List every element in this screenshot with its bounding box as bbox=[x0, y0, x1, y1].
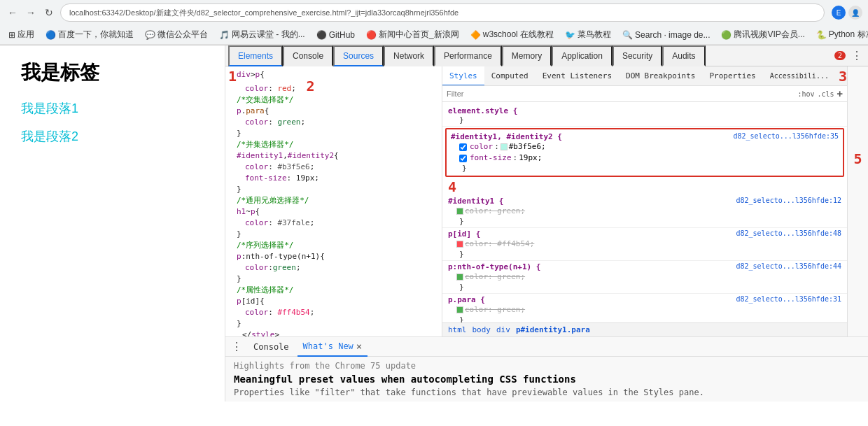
subtab-event-listeners[interactable]: Event Listeners bbox=[536, 66, 619, 86]
error-badge: 2 bbox=[834, 51, 846, 60]
subtab-styles[interactable]: Styles bbox=[442, 66, 484, 86]
breadcrumb-bar: html body div p#identity1.para bbox=[442, 322, 847, 336]
bookmark-tencent[interactable]: 🟢 腾讯视频VIP会员... bbox=[718, 27, 807, 42]
devtools-menu-button[interactable]: ⋮ bbox=[848, 48, 865, 64]
bottom-content: Highlights from the Chrome 75 update Mea… bbox=[225, 357, 868, 402]
breadcrumb-p-identity1[interactable]: p#identity1.para bbox=[516, 325, 590, 334]
code-line: /*交集选择器*/ bbox=[225, 94, 442, 106]
code-line: } bbox=[225, 318, 442, 329]
extension-icon[interactable]: E bbox=[832, 6, 846, 20]
bookmark-runoob[interactable]: 🐦 菜鸟教程 bbox=[562, 27, 614, 42]
devtools-tab-bar: Elements Console Sources Network Perform… bbox=[225, 45, 868, 66]
annotation-3: 3 bbox=[839, 68, 847, 85]
feature-title: Meaningful preset values when autocomple… bbox=[234, 374, 860, 385]
rule-prop-pid-color: color: #ff4b54; bbox=[448, 239, 841, 250]
add-rule-button[interactable]: + bbox=[837, 88, 843, 99]
breadcrumb-html[interactable]: html bbox=[448, 325, 467, 334]
bookmark-baidu[interactable]: 🔵 百度一下，你就知道 bbox=[43, 27, 136, 42]
code-line: </style> bbox=[225, 329, 442, 336]
highlights-label: Highlights from the Chrome 75 update bbox=[234, 361, 860, 371]
code-line: } bbox=[225, 229, 442, 240]
color-swatch-pid bbox=[456, 241, 463, 248]
breadcrumb-div[interactable]: div bbox=[496, 325, 510, 334]
bookmark-search[interactable]: 🔍 Search · image de... bbox=[620, 29, 713, 41]
subtab-properties[interactable]: Properties bbox=[702, 66, 762, 86]
subtab-dom-breakpoints[interactable]: DOM Breakpoints bbox=[619, 66, 702, 86]
code-line: p.para{ bbox=[225, 106, 442, 117]
bookmark-wechat[interactable]: 💬 微信公众平台 bbox=[142, 27, 211, 42]
url-text: localhost:63342/Desktop/新建文件夹/d82_select… bbox=[69, 8, 458, 18]
address-bar[interactable]: localhost:63342/Desktop/新建文件夹/d82_select… bbox=[60, 3, 825, 22]
rule-prop-identity1-color: color: green; bbox=[448, 206, 841, 217]
tab-memory[interactable]: Memory bbox=[502, 45, 552, 66]
element-style-rule: element.style { } bbox=[442, 105, 847, 127]
code-line: /*并集选择器*/ bbox=[225, 139, 442, 150]
rule-file-nth[interactable]: d82_selecto...l356hfde:44 bbox=[736, 262, 841, 271]
code-line: } bbox=[225, 274, 442, 285]
code-line: div>p{ bbox=[225, 69, 442, 80]
styles-subtab-bar: Styles Computed Event Listeners DOM Brea… bbox=[442, 66, 847, 86]
tab-network[interactable]: Network bbox=[384, 45, 434, 66]
rule-file-identity[interactable]: d82_selecto...l356hfde:35 bbox=[733, 132, 839, 141]
cls-toggle[interactable]: .cls bbox=[817, 90, 834, 98]
tab-elements[interactable]: Elements bbox=[228, 45, 283, 66]
annotation-4: 4 bbox=[442, 178, 847, 195]
style-rule-identity: #identity1, #identity2 { d82_selecto...l… bbox=[445, 128, 844, 177]
bookmark-wangyi[interactable]: 🎵 网易云课堂 - 我的... bbox=[216, 27, 308, 42]
code-line: #identity1,#identity2{ bbox=[225, 150, 442, 162]
style-rule-identity1: #identity1 { d82_selecto...l356hfde:12 c… bbox=[442, 195, 847, 228]
feature-desc: Properties like "filter" that take funct… bbox=[234, 388, 860, 397]
devtools-panel: Elements Console Sources Network Perform… bbox=[225, 45, 868, 402]
tab-console[interactable]: Console bbox=[283, 45, 333, 66]
filter-bar: :hov .cls + bbox=[442, 86, 847, 102]
element-style-selector: element.style { bbox=[448, 106, 517, 115]
subtab-accessibility[interactable]: Accessibili... bbox=[763, 66, 836, 86]
tab-performance[interactable]: Performance bbox=[434, 45, 502, 66]
rule-file-ppara[interactable]: d82_selecto...l356hfde:31 bbox=[736, 295, 841, 304]
styles-content[interactable]: element.style { } #identity1, #identity2… bbox=[442, 102, 847, 322]
back-button[interactable]: ← bbox=[6, 6, 20, 20]
whats-new-close[interactable]: × bbox=[356, 341, 362, 352]
console-drag-handle[interactable]: ⋮ bbox=[231, 340, 242, 353]
color-swatch-identity1 bbox=[456, 208, 463, 215]
rule-file-identity1[interactable]: d82_selecto...l356hfde:12 bbox=[736, 197, 841, 206]
filter-input[interactable] bbox=[447, 90, 794, 98]
breadcrumb-body[interactable]: body bbox=[472, 325, 491, 334]
profile-icon[interactable]: 👤 bbox=[848, 6, 862, 20]
bookmark-github[interactable]: ⚫ GitHub bbox=[314, 29, 358, 41]
bottom-tab-whats-new[interactable]: What's New × bbox=[298, 337, 368, 357]
browser-controls: ← → ↻ localhost:63342/Desktop/新建文件夹/d82_… bbox=[0, 0, 868, 25]
prop-checkbox-fontsize[interactable] bbox=[459, 155, 467, 162]
code-line: p:nth-of-type(n+1){ bbox=[225, 251, 442, 262]
main-area: 我是标签 我是段落1 我是段落2 Elements Console Source… bbox=[0, 45, 868, 402]
page-heading: 我是标签 bbox=[21, 59, 204, 86]
code-line: font-size: 19px; bbox=[225, 173, 442, 184]
subtab-computed[interactable]: Computed bbox=[484, 66, 536, 86]
prop-checkbox-color[interactable] bbox=[459, 143, 467, 151]
tab-application[interactable]: Application bbox=[552, 45, 612, 66]
right-annotation-area: 5 bbox=[847, 66, 868, 336]
bookmark-w3school[interactable]: 🔶 w3school 在线教程 bbox=[468, 27, 556, 42]
tab-audits[interactable]: Audits bbox=[662, 45, 705, 66]
style-rule-nth: p:nth-of-type(n+1) { d82_selecto...l356h… bbox=[442, 261, 847, 294]
bookmarks-bar: ⊞ 应用 🔵 百度一下，你就知道 💬 微信公众平台 🎵 网易云课堂 - 我的..… bbox=[0, 25, 868, 45]
bottom-tab-console[interactable]: Console bbox=[248, 337, 295, 357]
rule-prop-ppara-color: color: green; bbox=[448, 304, 841, 315]
tab-security[interactable]: Security bbox=[612, 45, 662, 66]
bookmark-python[interactable]: 🐍 Python 标准库 —... bbox=[813, 27, 868, 42]
hov-toggle[interactable]: :hov bbox=[797, 90, 814, 98]
annotation-2: 2 bbox=[307, 78, 315, 94]
bookmark-apps[interactable]: ⊞ 应用 bbox=[6, 27, 37, 42]
forward-button[interactable]: → bbox=[24, 6, 38, 20]
browser-chrome: ← → ↻ localhost:63342/Desktop/新建文件夹/d82_… bbox=[0, 0, 868, 45]
tab-sources[interactable]: Sources bbox=[333, 45, 384, 66]
color-swatch-ppara bbox=[456, 306, 463, 313]
bookmark-sina[interactable]: 🔴 新闻中心首页_新浪网 bbox=[363, 27, 462, 42]
code-line: } bbox=[225, 184, 442, 195]
elements-panel[interactable]: 1 div>p{ color: red; 2 /*交集选择器*/ p.para{… bbox=[225, 66, 442, 336]
bottom-tab-bar: ⋮ Console What's New × bbox=[225, 337, 868, 357]
code-line: /*属性选择器*/ bbox=[225, 285, 442, 296]
reload-button[interactable]: ↻ bbox=[42, 6, 56, 20]
rule-prop-font-size: font-size: 19px; bbox=[451, 152, 839, 164]
rule-file-pid[interactable]: d82_selecto...l356hfde:48 bbox=[736, 229, 841, 239]
